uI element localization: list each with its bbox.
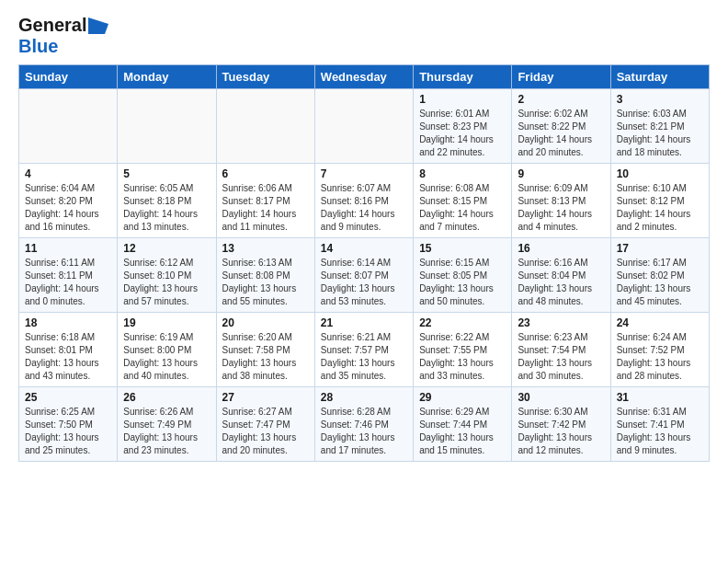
calendar-cell: 15Sunrise: 6:15 AM Sunset: 8:05 PM Dayli… <box>414 238 512 313</box>
day-number: 3 <box>617 93 703 106</box>
calendar-cell: 31Sunrise: 6:31 AM Sunset: 7:41 PM Dayli… <box>610 387 709 462</box>
week-row-1: 1Sunrise: 6:01 AM Sunset: 8:23 PM Daylig… <box>19 89 710 164</box>
day-number: 10 <box>617 167 703 180</box>
calendar-cell: 9Sunrise: 6:09 AM Sunset: 8:13 PM Daylig… <box>512 164 610 238</box>
weekday-header-wednesday: Wednesday <box>314 65 413 89</box>
day-info: Sunrise: 6:25 AM Sunset: 7:50 PM Dayligh… <box>25 406 111 457</box>
day-number: 14 <box>321 242 407 255</box>
weekday-header-friday: Friday <box>512 65 610 89</box>
calendar-cell: 23Sunrise: 6:23 AM Sunset: 7:54 PM Dayli… <box>512 313 610 387</box>
logo-line2: Blue <box>18 36 58 57</box>
calendar-cell: 27Sunrise: 6:27 AM Sunset: 7:47 PM Dayli… <box>216 387 314 462</box>
page: General Blue SundayMondayTuesdayWednesda… <box>0 0 728 477</box>
calendar-cell: 29Sunrise: 6:29 AM Sunset: 7:44 PM Dayli… <box>414 387 512 462</box>
calendar-cell: 26Sunrise: 6:26 AM Sunset: 7:49 PM Dayli… <box>118 387 216 462</box>
day-number: 19 <box>123 316 210 329</box>
day-number: 15 <box>419 242 506 255</box>
logo-general: General <box>18 15 86 36</box>
day-number: 11 <box>25 242 111 255</box>
day-info: Sunrise: 6:31 AM Sunset: 7:41 PM Dayligh… <box>617 406 703 457</box>
calendar-cell <box>118 89 216 164</box>
calendar-cell <box>216 89 314 164</box>
day-info: Sunrise: 6:21 AM Sunset: 7:57 PM Dayligh… <box>321 331 407 383</box>
weekday-header-saturday: Saturday <box>610 65 709 89</box>
day-info: Sunrise: 6:15 AM Sunset: 8:05 PM Dayligh… <box>419 257 506 308</box>
day-info: Sunrise: 6:18 AM Sunset: 8:01 PM Dayligh… <box>25 331 111 383</box>
day-info: Sunrise: 6:09 AM Sunset: 8:13 PM Dayligh… <box>518 182 604 234</box>
day-info: Sunrise: 6:04 AM Sunset: 8:20 PM Dayligh… <box>25 182 111 234</box>
calendar-cell: 6Sunrise: 6:06 AM Sunset: 8:17 PM Daylig… <box>216 164 314 238</box>
day-number: 31 <box>617 391 703 404</box>
calendar-cell: 3Sunrise: 6:03 AM Sunset: 8:21 PM Daylig… <box>610 89 709 164</box>
calendar-cell: 19Sunrise: 6:19 AM Sunset: 8:00 PM Dayli… <box>118 313 216 387</box>
week-row-2: 4Sunrise: 6:04 AM Sunset: 8:20 PM Daylig… <box>19 164 710 238</box>
day-info: Sunrise: 6:02 AM Sunset: 8:22 PM Dayligh… <box>518 108 604 159</box>
day-number: 17 <box>617 242 703 255</box>
calendar-cell: 12Sunrise: 6:12 AM Sunset: 8:10 PM Dayli… <box>118 238 216 313</box>
calendar-table: SundayMondayTuesdayWednesdayThursdayFrid… <box>18 64 710 462</box>
day-number: 21 <box>321 316 407 329</box>
logo: General Blue <box>18 15 108 57</box>
day-number: 16 <box>518 242 604 255</box>
day-number: 25 <box>25 391 111 404</box>
weekday-header-monday: Monday <box>118 65 216 89</box>
calendar-cell: 11Sunrise: 6:11 AM Sunset: 8:11 PM Dayli… <box>19 238 118 313</box>
day-info: Sunrise: 6:19 AM Sunset: 8:00 PM Dayligh… <box>123 331 210 383</box>
day-info: Sunrise: 6:17 AM Sunset: 8:02 PM Dayligh… <box>617 257 703 308</box>
calendar-cell: 30Sunrise: 6:30 AM Sunset: 7:42 PM Dayli… <box>512 387 610 462</box>
day-info: Sunrise: 6:05 AM Sunset: 8:18 PM Dayligh… <box>123 182 210 234</box>
day-info: Sunrise: 6:01 AM Sunset: 8:23 PM Dayligh… <box>419 108 506 159</box>
day-number: 6 <box>222 167 309 180</box>
svg-marker-0 <box>88 17 108 34</box>
day-number: 18 <box>25 316 111 329</box>
calendar-cell: 16Sunrise: 6:16 AM Sunset: 8:04 PM Dayli… <box>512 238 610 313</box>
week-row-4: 18Sunrise: 6:18 AM Sunset: 8:01 PM Dayli… <box>19 313 710 387</box>
day-number: 30 <box>518 391 604 404</box>
day-number: 2 <box>518 93 604 106</box>
calendar-cell: 14Sunrise: 6:14 AM Sunset: 8:07 PM Dayli… <box>314 238 413 313</box>
day-number: 28 <box>321 391 407 404</box>
day-info: Sunrise: 6:11 AM Sunset: 8:11 PM Dayligh… <box>25 257 111 308</box>
day-info: Sunrise: 6:16 AM Sunset: 8:04 PM Dayligh… <box>518 257 604 308</box>
day-number: 8 <box>419 167 506 180</box>
day-number: 23 <box>518 316 604 329</box>
day-info: Sunrise: 6:13 AM Sunset: 8:08 PM Dayligh… <box>222 257 309 308</box>
day-number: 5 <box>123 167 210 180</box>
day-number: 26 <box>123 391 210 404</box>
calendar-cell: 13Sunrise: 6:13 AM Sunset: 8:08 PM Dayli… <box>216 238 314 313</box>
logo-blue: Blue <box>18 36 58 56</box>
day-info: Sunrise: 6:08 AM Sunset: 8:15 PM Dayligh… <box>419 182 506 234</box>
day-info: Sunrise: 6:10 AM Sunset: 8:12 PM Dayligh… <box>617 182 703 234</box>
calendar-cell <box>19 89 118 164</box>
day-number: 13 <box>222 242 309 255</box>
day-info: Sunrise: 6:26 AM Sunset: 7:49 PM Dayligh… <box>123 406 210 457</box>
calendar-cell: 2Sunrise: 6:02 AM Sunset: 8:22 PM Daylig… <box>512 89 610 164</box>
weekday-header-tuesday: Tuesday <box>216 65 314 89</box>
calendar-cell: 8Sunrise: 6:08 AM Sunset: 8:15 PM Daylig… <box>414 164 512 238</box>
calendar-cell: 18Sunrise: 6:18 AM Sunset: 8:01 PM Dayli… <box>19 313 118 387</box>
calendar-cell: 21Sunrise: 6:21 AM Sunset: 7:57 PM Dayli… <box>314 313 413 387</box>
day-number: 27 <box>222 391 309 404</box>
day-info: Sunrise: 6:28 AM Sunset: 7:46 PM Dayligh… <box>321 406 407 457</box>
day-number: 7 <box>321 167 407 180</box>
weekday-header-thursday: Thursday <box>414 65 512 89</box>
day-info: Sunrise: 6:14 AM Sunset: 8:07 PM Dayligh… <box>321 257 407 308</box>
day-number: 24 <box>617 316 703 329</box>
day-info: Sunrise: 6:30 AM Sunset: 7:42 PM Dayligh… <box>518 406 604 457</box>
day-number: 22 <box>419 316 506 329</box>
calendar-cell: 28Sunrise: 6:28 AM Sunset: 7:46 PM Dayli… <box>314 387 413 462</box>
calendar-cell: 22Sunrise: 6:22 AM Sunset: 7:55 PM Dayli… <box>414 313 512 387</box>
logo-line1: General <box>18 15 108 36</box>
day-info: Sunrise: 6:12 AM Sunset: 8:10 PM Dayligh… <box>123 257 210 308</box>
day-number: 1 <box>419 93 506 106</box>
day-info: Sunrise: 6:20 AM Sunset: 7:58 PM Dayligh… <box>222 331 309 383</box>
day-info: Sunrise: 6:22 AM Sunset: 7:55 PM Dayligh… <box>419 331 506 383</box>
day-info: Sunrise: 6:27 AM Sunset: 7:47 PM Dayligh… <box>222 406 309 457</box>
day-number: 20 <box>222 316 309 329</box>
day-number: 9 <box>518 167 604 180</box>
calendar-cell: 20Sunrise: 6:20 AM Sunset: 7:58 PM Dayli… <box>216 313 314 387</box>
weekday-header-sunday: Sunday <box>19 65 118 89</box>
calendar-cell: 7Sunrise: 6:07 AM Sunset: 8:16 PM Daylig… <box>314 164 413 238</box>
calendar-cell: 17Sunrise: 6:17 AM Sunset: 8:02 PM Dayli… <box>610 238 709 313</box>
header: General Blue <box>18 15 710 57</box>
